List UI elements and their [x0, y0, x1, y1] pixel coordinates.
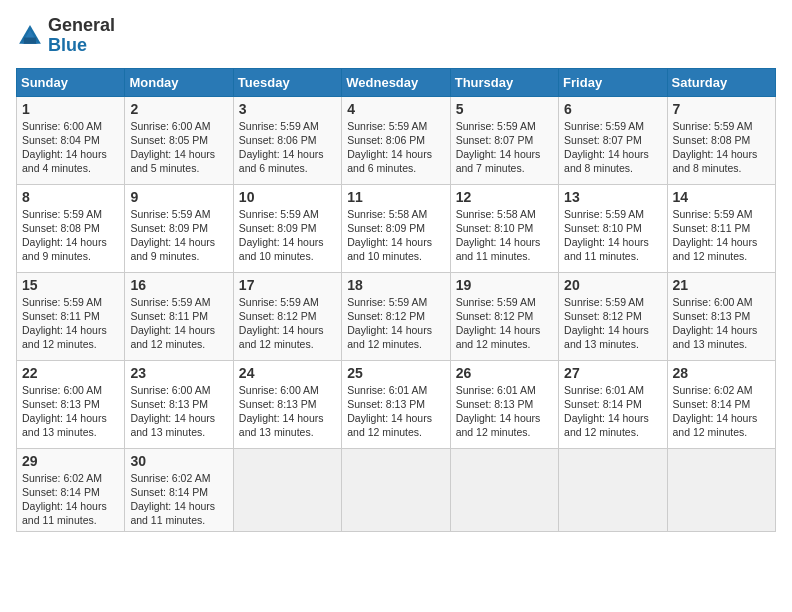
cell-info: Sunrise: 5:59 AMSunset: 8:11 PMDaylight:…	[22, 296, 107, 351]
calendar-table: SundayMondayTuesdayWednesdayThursdayFrid…	[16, 68, 776, 533]
day-number: 16	[130, 277, 227, 293]
day-number: 10	[239, 189, 336, 205]
cell-info: Sunrise: 6:01 AMSunset: 8:14 PMDaylight:…	[564, 384, 649, 439]
day-number: 28	[673, 365, 770, 381]
cell-info: Sunrise: 6:02 AMSunset: 8:14 PMDaylight:…	[22, 472, 107, 527]
cell-info: Sunrise: 5:59 AMSunset: 8:07 PMDaylight:…	[456, 120, 541, 175]
calendar-cell: 14 Sunrise: 5:59 AMSunset: 8:11 PMDaylig…	[667, 184, 775, 272]
cell-info: Sunrise: 6:00 AMSunset: 8:13 PMDaylight:…	[239, 384, 324, 439]
calendar-cell: 15 Sunrise: 5:59 AMSunset: 8:11 PMDaylig…	[17, 272, 125, 360]
calendar-cell: 27 Sunrise: 6:01 AMSunset: 8:14 PMDaylig…	[559, 360, 667, 448]
cell-info: Sunrise: 5:59 AMSunset: 8:08 PMDaylight:…	[673, 120, 758, 175]
calendar-cell: 1 Sunrise: 6:00 AMSunset: 8:04 PMDayligh…	[17, 96, 125, 184]
logo-blue: Blue	[48, 36, 87, 56]
calendar-cell: 20 Sunrise: 5:59 AMSunset: 8:12 PMDaylig…	[559, 272, 667, 360]
calendar-cell: 23 Sunrise: 6:00 AMSunset: 8:13 PMDaylig…	[125, 360, 233, 448]
cell-info: Sunrise: 5:59 AMSunset: 8:12 PMDaylight:…	[347, 296, 432, 351]
calendar-cell: 17 Sunrise: 5:59 AMSunset: 8:12 PMDaylig…	[233, 272, 341, 360]
calendar-cell: 2 Sunrise: 6:00 AMSunset: 8:05 PMDayligh…	[125, 96, 233, 184]
day-number: 24	[239, 365, 336, 381]
day-number: 18	[347, 277, 444, 293]
calendar-cell: 9 Sunrise: 5:59 AMSunset: 8:09 PMDayligh…	[125, 184, 233, 272]
day-number: 15	[22, 277, 119, 293]
day-number: 9	[130, 189, 227, 205]
calendar-cell: 11 Sunrise: 5:58 AMSunset: 8:09 PMDaylig…	[342, 184, 450, 272]
calendar-cell: 19 Sunrise: 5:59 AMSunset: 8:12 PMDaylig…	[450, 272, 558, 360]
calendar-cell: 16 Sunrise: 5:59 AMSunset: 8:11 PMDaylig…	[125, 272, 233, 360]
calendar-cell: 5 Sunrise: 5:59 AMSunset: 8:07 PMDayligh…	[450, 96, 558, 184]
cell-info: Sunrise: 5:59 AMSunset: 8:12 PMDaylight:…	[564, 296, 649, 351]
day-number: 2	[130, 101, 227, 117]
calendar-cell: 22 Sunrise: 6:00 AMSunset: 8:13 PMDaylig…	[17, 360, 125, 448]
cell-info: Sunrise: 5:59 AMSunset: 8:06 PMDaylight:…	[239, 120, 324, 175]
calendar-cell: 6 Sunrise: 5:59 AMSunset: 8:07 PMDayligh…	[559, 96, 667, 184]
logo: General Blue	[16, 16, 115, 56]
col-header-thursday: Thursday	[450, 68, 558, 96]
calendar-cell: 7 Sunrise: 5:59 AMSunset: 8:08 PMDayligh…	[667, 96, 775, 184]
week-row-2: 8 Sunrise: 5:59 AMSunset: 8:08 PMDayligh…	[17, 184, 776, 272]
cell-info: Sunrise: 5:59 AMSunset: 8:06 PMDaylight:…	[347, 120, 432, 175]
calendar-cell: 30 Sunrise: 6:02 AMSunset: 8:14 PMDaylig…	[125, 448, 233, 532]
cell-info: Sunrise: 5:59 AMSunset: 8:12 PMDaylight:…	[456, 296, 541, 351]
calendar-cell	[342, 448, 450, 532]
calendar-cell: 3 Sunrise: 5:59 AMSunset: 8:06 PMDayligh…	[233, 96, 341, 184]
day-number: 5	[456, 101, 553, 117]
day-number: 11	[347, 189, 444, 205]
day-number: 20	[564, 277, 661, 293]
week-row-1: 1 Sunrise: 6:00 AMSunset: 8:04 PMDayligh…	[17, 96, 776, 184]
header-row: SundayMondayTuesdayWednesdayThursdayFrid…	[17, 68, 776, 96]
cell-info: Sunrise: 6:01 AMSunset: 8:13 PMDaylight:…	[347, 384, 432, 439]
week-row-5: 29 Sunrise: 6:02 AMSunset: 8:14 PMDaylig…	[17, 448, 776, 532]
calendar-cell: 25 Sunrise: 6:01 AMSunset: 8:13 PMDaylig…	[342, 360, 450, 448]
calendar-cell: 12 Sunrise: 5:58 AMSunset: 8:10 PMDaylig…	[450, 184, 558, 272]
cell-info: Sunrise: 5:59 AMSunset: 8:09 PMDaylight:…	[130, 208, 215, 263]
cell-info: Sunrise: 6:01 AMSunset: 8:13 PMDaylight:…	[456, 384, 541, 439]
calendar-cell: 8 Sunrise: 5:59 AMSunset: 8:08 PMDayligh…	[17, 184, 125, 272]
cell-info: Sunrise: 6:00 AMSunset: 8:13 PMDaylight:…	[673, 296, 758, 351]
calendar-cell: 24 Sunrise: 6:00 AMSunset: 8:13 PMDaylig…	[233, 360, 341, 448]
col-header-monday: Monday	[125, 68, 233, 96]
col-header-wednesday: Wednesday	[342, 68, 450, 96]
week-row-3: 15 Sunrise: 5:59 AMSunset: 8:11 PMDaylig…	[17, 272, 776, 360]
col-header-friday: Friday	[559, 68, 667, 96]
col-header-tuesday: Tuesday	[233, 68, 341, 96]
calendar-cell	[233, 448, 341, 532]
cell-info: Sunrise: 5:59 AMSunset: 8:10 PMDaylight:…	[564, 208, 649, 263]
cell-info: Sunrise: 5:59 AMSunset: 8:07 PMDaylight:…	[564, 120, 649, 175]
calendar-cell: 13 Sunrise: 5:59 AMSunset: 8:10 PMDaylig…	[559, 184, 667, 272]
day-number: 7	[673, 101, 770, 117]
day-number: 17	[239, 277, 336, 293]
cell-info: Sunrise: 5:59 AMSunset: 8:11 PMDaylight:…	[130, 296, 215, 351]
calendar-cell: 26 Sunrise: 6:01 AMSunset: 8:13 PMDaylig…	[450, 360, 558, 448]
page-header: General Blue	[16, 16, 776, 56]
day-number: 14	[673, 189, 770, 205]
logo-general: General	[48, 16, 115, 36]
logo-icon	[16, 22, 44, 50]
cell-info: Sunrise: 5:59 AMSunset: 8:11 PMDaylight:…	[673, 208, 758, 263]
cell-info: Sunrise: 6:02 AMSunset: 8:14 PMDaylight:…	[130, 472, 215, 527]
day-number: 27	[564, 365, 661, 381]
day-number: 12	[456, 189, 553, 205]
day-number: 3	[239, 101, 336, 117]
day-number: 23	[130, 365, 227, 381]
day-number: 26	[456, 365, 553, 381]
cell-info: Sunrise: 6:00 AMSunset: 8:13 PMDaylight:…	[130, 384, 215, 439]
calendar-cell	[667, 448, 775, 532]
day-number: 22	[22, 365, 119, 381]
col-header-sunday: Sunday	[17, 68, 125, 96]
day-number: 13	[564, 189, 661, 205]
day-number: 4	[347, 101, 444, 117]
cell-info: Sunrise: 5:58 AMSunset: 8:09 PMDaylight:…	[347, 208, 432, 263]
calendar-cell: 18 Sunrise: 5:59 AMSunset: 8:12 PMDaylig…	[342, 272, 450, 360]
calendar-cell: 21 Sunrise: 6:00 AMSunset: 8:13 PMDaylig…	[667, 272, 775, 360]
col-header-saturday: Saturday	[667, 68, 775, 96]
day-number: 25	[347, 365, 444, 381]
day-number: 19	[456, 277, 553, 293]
cell-info: Sunrise: 6:00 AMSunset: 8:13 PMDaylight:…	[22, 384, 107, 439]
calendar-cell: 10 Sunrise: 5:59 AMSunset: 8:09 PMDaylig…	[233, 184, 341, 272]
cell-info: Sunrise: 5:58 AMSunset: 8:10 PMDaylight:…	[456, 208, 541, 263]
cell-info: Sunrise: 5:59 AMSunset: 8:12 PMDaylight:…	[239, 296, 324, 351]
day-number: 21	[673, 277, 770, 293]
calendar-cell: 28 Sunrise: 6:02 AMSunset: 8:14 PMDaylig…	[667, 360, 775, 448]
day-number: 1	[22, 101, 119, 117]
